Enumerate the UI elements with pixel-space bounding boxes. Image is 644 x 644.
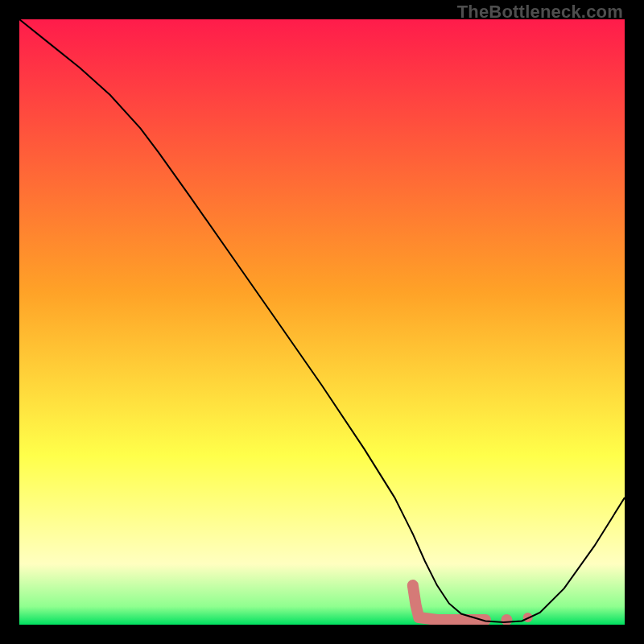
chart-frame — [19, 19, 625, 625]
watermark-text: TheBottleneck.com — [457, 2, 623, 23]
gradient-background — [19, 19, 625, 625]
bottleneck-chart — [19, 19, 625, 625]
